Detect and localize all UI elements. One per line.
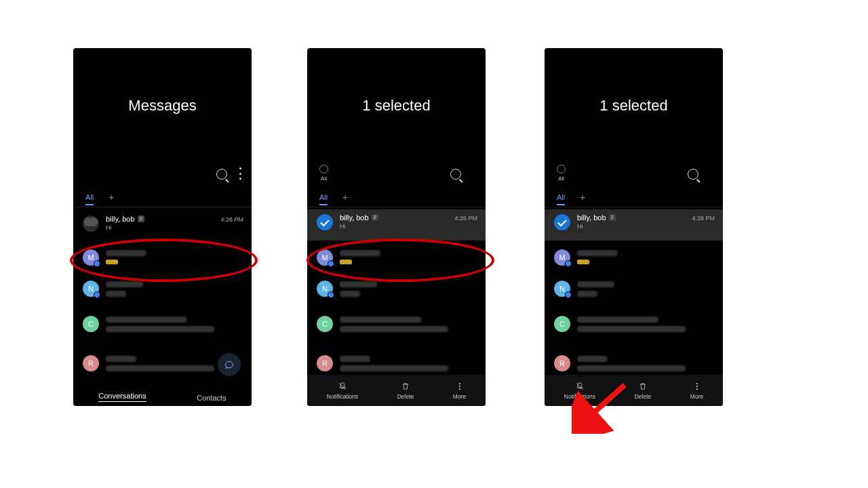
kebab-icon xyxy=(455,382,465,391)
conversation-preview: Hi xyxy=(106,224,214,231)
conversation-name: billy, bob 2 xyxy=(340,214,448,222)
unread-badge: 2 xyxy=(138,216,144,222)
svg-point-1 xyxy=(459,386,460,387)
avatar: N xyxy=(554,281,570,297)
select-all-toggle[interactable]: All xyxy=(557,165,566,182)
action-delete[interactable]: Delete xyxy=(635,382,652,400)
compose-fab[interactable] xyxy=(218,353,241,376)
action-notifications[interactable]: Notifications xyxy=(327,382,358,400)
conversation-item-blurred[interactable]: N xyxy=(307,276,486,304)
conversation-item-blurred[interactable]: C xyxy=(307,311,486,340)
checkmark-icon xyxy=(554,214,570,230)
avatar: M xyxy=(83,249,99,266)
add-category-button[interactable]: + xyxy=(342,192,348,203)
avatar: C xyxy=(554,316,570,332)
add-category-button[interactable]: + xyxy=(580,192,585,203)
conversation-item-blurred[interactable]: N xyxy=(545,276,723,304)
trash-icon xyxy=(638,382,648,391)
conversation-item-selected[interactable]: billy, bob 2 Hi 4:26 PM xyxy=(545,209,723,241)
conversation-item-blurred[interactable]: M xyxy=(73,245,252,273)
action-more[interactable]: More xyxy=(453,382,466,400)
kebab-icon xyxy=(692,382,702,391)
more-options-icon[interactable] xyxy=(237,167,243,180)
action-more[interactable]: More xyxy=(690,382,703,400)
category-tab-all[interactable]: All xyxy=(557,193,565,205)
avatar: C xyxy=(83,316,99,332)
bell-off-icon xyxy=(338,382,347,391)
search-icon[interactable] xyxy=(688,169,698,180)
phone-screen-3: 1 selected All All + billy, bob 2 Hi 4:2… xyxy=(545,48,723,406)
category-tab-all[interactable]: All xyxy=(85,193,94,205)
svg-point-3 xyxy=(696,383,698,384)
conversation-item-selected[interactable]: billy, bob 2 Hi 4:26 PM xyxy=(307,209,486,241)
conversation-item-blurred[interactable]: N xyxy=(73,276,252,304)
conversation-time: 4:26 PM xyxy=(220,216,243,223)
svg-point-0 xyxy=(459,383,460,384)
conversation-item[interactable]: billy, bob 2 Hi 4:26 PM xyxy=(73,211,252,239)
svg-point-4 xyxy=(696,386,698,387)
category-tab-all[interactable]: All xyxy=(319,193,328,205)
avatar: R xyxy=(83,355,99,371)
action-notifications[interactable]: Notifications xyxy=(564,382,595,400)
page-title: 1 selected xyxy=(307,97,486,115)
tab-conversations[interactable]: Conversations xyxy=(98,392,146,402)
add-category-button[interactable]: + xyxy=(108,192,114,203)
svg-point-5 xyxy=(696,388,698,390)
search-icon[interactable] xyxy=(450,169,461,180)
circle-unchecked-icon xyxy=(557,165,566,174)
search-icon[interactable] xyxy=(216,169,227,180)
conversation-name: billy, bob 2 xyxy=(577,214,685,222)
conversation-name: billy, bob 2 xyxy=(106,215,214,223)
select-all-toggle[interactable]: All xyxy=(319,165,328,182)
conversation-item-blurred[interactable]: M xyxy=(307,245,486,273)
conversation-item-blurred[interactable]: C xyxy=(73,311,252,340)
avatar: R xyxy=(554,355,570,371)
conversation-item-blurred[interactable]: M xyxy=(545,245,723,273)
circle-unchecked-icon xyxy=(319,165,328,174)
avatar: C xyxy=(317,316,333,332)
avatar: M xyxy=(317,249,333,266)
conversation-item-blurred[interactable]: C xyxy=(545,311,723,340)
unread-badge: 2 xyxy=(372,214,378,221)
checkmark-icon xyxy=(317,214,333,230)
page-title: Messages xyxy=(73,97,252,115)
avatar: M xyxy=(554,249,570,266)
unread-badge: 2 xyxy=(609,214,616,221)
svg-point-2 xyxy=(459,388,460,390)
avatar: N xyxy=(83,281,99,297)
avatar: R xyxy=(317,355,333,371)
conversation-time: 4:26 PM xyxy=(692,215,715,222)
bell-off-icon xyxy=(575,382,585,391)
tab-contacts[interactable]: Contacts xyxy=(197,394,226,402)
trash-icon xyxy=(401,382,410,391)
phone-screen-2: 1 selected All All + billy, bob 2 Hi 4:2… xyxy=(307,48,486,406)
conversation-time: 4:26 PM xyxy=(454,215,477,222)
avatar: N xyxy=(317,281,333,297)
group-avatar-icon xyxy=(83,216,99,232)
page-title: 1 selected xyxy=(545,97,723,115)
action-delete[interactable]: Delete xyxy=(397,382,414,400)
conversation-preview: Hi xyxy=(340,223,448,230)
conversation-preview: Hi xyxy=(577,223,685,230)
phone-screen-1: Messages All + billy, bob 2 Hi 4:26 PM M xyxy=(73,48,252,406)
